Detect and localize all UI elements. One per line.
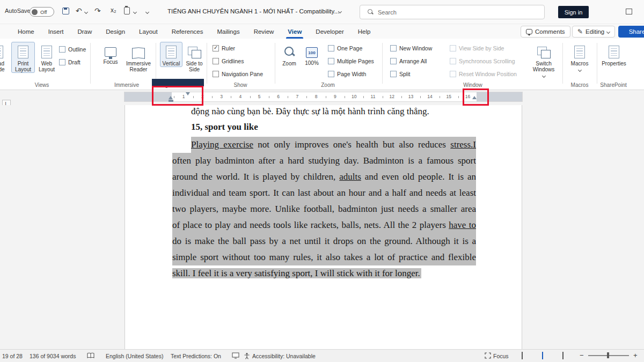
zoom-button[interactable]: Zoom [278,42,301,67]
undo-icon[interactable]: ↶ [76,6,82,15]
print-layout-view-icon[interactable] [542,352,543,359]
side-to-side-button[interactable]: Side to Side [183,42,206,73]
accessibility-status[interactable]: Accessibility: Unavailable [252,353,316,359]
save-icon[interactable] [62,8,69,14]
page-indicator[interactable]: 19 of 28 [2,353,23,359]
tab-mailings[interactable]: Mailings [210,24,246,39]
draft-button[interactable]: Draft [59,58,80,67]
paragraph-line[interactable]: often play badminton after a hard studyi… [172,153,476,169]
tab-references[interactable]: References [165,24,210,39]
ruler-tick [401,96,402,98]
page-width-button[interactable]: Page Width [328,70,366,78]
paragraph-line[interactable]: individual and team sport. It can last a… [172,185,476,201]
tab-developer[interactable]: Developer [309,24,350,39]
macros-chevron-icon [577,68,581,72]
autosave-state: Off [40,9,47,15]
reset-window-position-icon [450,71,456,77]
word-count[interactable]: 136 of 9034 words [30,353,76,359]
autosave-toggle[interactable]: Off [30,7,54,17]
paragraph-line[interactable]: around the world. It is played by childr… [172,169,476,185]
properties-button[interactable]: Properties [599,42,629,67]
redo-icon[interactable]: ↷ [94,6,101,15]
view-side-by-side-button: View Side by Side [450,44,504,53]
text-predictions-indicator[interactable]: Text Predictions: On [171,353,221,359]
read-mode-button[interactable]: Read Mode [0,42,10,73]
outline-button[interactable]: Outline [59,45,86,54]
tab-help[interactable]: Help [351,24,378,39]
web-layout-button[interactable]: Web Layout [35,42,58,73]
ruler-number: 13 [408,94,413,99]
ruler-checkbox[interactable]: Ruler [213,44,235,53]
display-settings-icon[interactable] [232,352,239,360]
sign-in-button[interactable]: Sign in [558,6,589,18]
tab-design[interactable]: Design [99,24,132,39]
zoom-out-button[interactable]: − [580,351,584,359]
switch-windows-button[interactable]: Switch Windows [529,42,558,78]
tab-layout[interactable]: Layout [132,24,165,39]
gridlines-checkbox[interactable]: Gridlines [213,57,244,65]
paragraph-line[interactable]: two players, maybe more. Unlike football… [172,201,476,217]
paragraph-line[interactable]: skill. I feel it is a very satisfying sp… [172,265,476,282]
intro-line[interactable]: động nào cùng bạn bè. Đây thực sự là một… [191,106,476,117]
multiple-pages-icon [328,58,334,64]
paragraph-line[interactable]: Playing exercise not only improves one's… [191,137,476,153]
ruler-tick [250,96,251,98]
zoom-slider-thumb[interactable] [607,352,609,358]
tab-home[interactable]: Home [11,24,41,39]
language-indicator[interactable]: English (United States) [106,353,163,359]
undo-chevron-icon[interactable] [84,10,88,14]
ruler-number: 7 [296,94,298,99]
quick-access-more-icon[interactable] [145,10,149,14]
text-segment: do is make the ball pass by a net until … [172,236,476,246]
multiple-pages-button[interactable]: Multiple Pages [328,57,374,65]
text-segment: skill. I feel it is a very satisfying sp… [172,268,420,278]
arrange-all-icon [390,58,397,64]
one-page-button[interactable]: One Page [328,44,362,53]
share-button[interactable]: Share [618,26,644,38]
zoom-in-button[interactable]: + [633,351,638,359]
arrange-all-button[interactable]: Arrange All [390,57,427,65]
focus-mode-label[interactable]: Focus [493,353,509,359]
immersive-reader-icon [132,48,145,58]
accessibility-icon[interactable] [244,352,250,360]
tab-review[interactable]: Review [247,24,281,39]
tab-draw[interactable]: Draw [70,24,99,39]
restore-window-icon[interactable] [626,9,632,14]
selected-paragraph[interactable]: Playing exercise not only improves one's… [172,137,476,282]
editing-button[interactable]: ✎ Editing [572,26,615,38]
document-page[interactable]: động nào cùng bạn bè. Đây thực sự là một… [125,105,522,349]
vertical-button[interactable]: Vertical [160,42,182,67]
tab-insert[interactable]: Insert [41,24,71,39]
immersive-reader-button[interactable]: Immersive Reader [123,42,153,73]
pencil-icon: ✎ [577,28,583,35]
paragraph-line[interactable]: simple sport without too many rules, it … [172,249,476,265]
split-icon [390,71,397,77]
zoom-100-button[interactable]: 100 100% [301,42,323,67]
search-input[interactable]: Search [360,5,545,19]
section-heading[interactable]: 15, sport you like [191,122,258,132]
paste-chevron-icon[interactable] [133,10,137,14]
proofing-icon[interactable] [87,352,94,360]
comments-button[interactable]: Comments [521,26,570,38]
ruler-number: 15 [446,94,451,99]
toggle-knob [32,9,38,15]
paragraph-line[interactable]: do is make the ball pass by a net until … [172,233,476,249]
ruler-number: 5 [258,94,261,99]
reset-window-position-button: Reset Window Position [450,70,517,78]
print-layout-button[interactable]: Print Layout [11,42,35,73]
paragraph-line[interactable]: of place to play and needs tools like ra… [172,217,476,233]
title-bar: AutoSave Off ↶ ↷ x₂ TIẾNG ANH CHUYÊN NGÀ… [0,0,644,24]
macros-button[interactable]: Macros [567,42,592,72]
subscript-icon[interactable]: x₂ [111,6,116,14]
web-layout-view-icon[interactable] [562,352,564,359]
navigation-pane-checkbox[interactable]: Navigation Pane [213,70,263,78]
read-mode-view-icon[interactable] [522,352,523,359]
paste-icon[interactable] [124,7,130,14]
tab-view[interactable]: View [281,24,309,39]
ruler-tick [458,96,459,98]
new-window-button[interactable]: New Window [390,44,432,53]
focus-mode-icon[interactable] [485,352,491,360]
split-button[interactable]: Split [390,70,410,78]
focus-button[interactable]: Focus [99,42,122,65]
ruler-number: 12 [390,94,394,99]
